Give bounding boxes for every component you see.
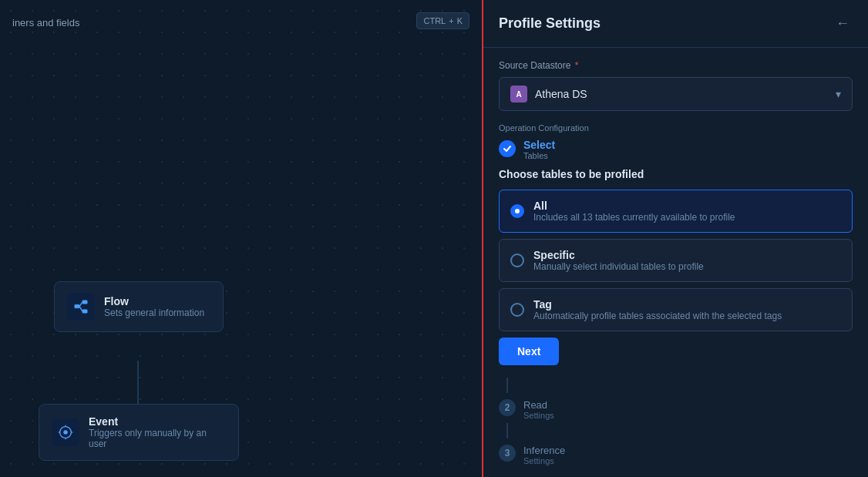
svg-point-6 [63, 430, 68, 435]
panel-header: Profile Settings ← [483, 0, 868, 48]
datastore-name: Athena DS [535, 88, 587, 100]
svg-line-4 [79, 307, 82, 311]
step3-row: 3 Inference Settings [499, 445, 853, 465]
step1-icon [499, 140, 516, 157]
source-label: Source Datastore * [499, 60, 853, 71]
step1-sublabel: Tables [523, 151, 555, 160]
step2-row: 2 Read Settings [499, 399, 853, 420]
step2-sublabel: Settings [523, 411, 554, 420]
option-specific-desc: Manually select individual tables to pro… [533, 261, 704, 272]
step1-row: Select Tables [499, 139, 853, 160]
required-asterisk: * [575, 60, 579, 71]
keyboard-shortcut: CTRL + K [416, 12, 469, 29]
step2-content: Read Settings [523, 399, 554, 420]
step-divider-1 [506, 378, 508, 393]
athena-icon: A [510, 86, 527, 102]
option-specific-title: Specific [533, 249, 704, 261]
flow-node-content: Flow Sets general information [104, 295, 204, 318]
option-all-desc: Includes all 13 tables currently availab… [533, 212, 735, 223]
left-panel: iners and fields CTRL + K Flow Sets gene… [0, 0, 482, 477]
option-all-title: All [533, 200, 735, 212]
option-specific[interactable]: Specific Manually select individual tabl… [499, 239, 853, 282]
step1-content: Select Tables [523, 139, 555, 160]
ctrl-key: CTRL [423, 16, 446, 25]
dropdown-arrow-icon: ▾ [836, 88, 841, 100]
connector-line [137, 361, 139, 404]
step3-label: Inference [523, 445, 565, 456]
choose-label: Choose tables to be profiled [499, 168, 853, 180]
panel-body: Source Datastore * A Athena DS ▾ Operati… [483, 48, 868, 477]
datastore-dropdown[interactable]: A Athena DS ▾ [499, 77, 853, 111]
option-all[interactable]: All Includes all 13 tables currently ava… [499, 190, 853, 233]
event-node-content: Event Triggers only manually by an user [89, 415, 226, 449]
svg-rect-0 [75, 304, 79, 308]
event-node-subtitle: Triggers only manually by an user [89, 428, 226, 449]
svg-rect-2 [82, 310, 87, 314]
svg-line-3 [79, 302, 82, 307]
plus-key: + [449, 16, 453, 25]
step2-num: 2 [499, 399, 516, 416]
svg-rect-1 [82, 301, 87, 304]
event-icon [52, 418, 79, 446]
back-button[interactable]: ← [833, 12, 853, 35]
step-divider-2 [506, 423, 508, 438]
next-button[interactable]: Next [499, 338, 559, 365]
event-node[interactable]: Event Triggers only manually by an user [39, 404, 239, 461]
step3-content: Inference Settings [523, 445, 565, 465]
header-bar: CTRL + K [0, 12, 482, 29]
radio-specific-icon [510, 254, 524, 267]
option-tag-title: Tag [533, 298, 782, 311]
radio-tag-icon [510, 303, 524, 317]
panel-title: Profile Settings [499, 15, 601, 32]
flow-node-subtitle: Sets general information [104, 307, 204, 318]
dropdown-left: A Athena DS [510, 86, 587, 102]
option-tag[interactable]: Tag Automatically profile tables associa… [499, 288, 853, 331]
step3-num: 3 [499, 445, 516, 462]
flow-icon [67, 293, 95, 321]
step2-label: Read [523, 399, 554, 411]
event-node-title: Event [89, 415, 226, 428]
option-tag-content: Tag Automatically profile tables associa… [533, 298, 782, 321]
step1-label: Select [523, 139, 555, 151]
option-specific-content: Specific Manually select individual tabl… [533, 249, 704, 272]
flow-node[interactable]: Flow Sets general information [54, 281, 224, 332]
op-config-label: Operation Configuration [499, 123, 853, 133]
flow-node-title: Flow [104, 295, 204, 307]
option-tag-desc: Automatically profile tables associated … [533, 311, 782, 321]
radio-all-icon [510, 204, 524, 218]
step3-sublabel: Settings [523, 456, 565, 465]
option-all-content: All Includes all 13 tables currently ava… [533, 200, 735, 223]
right-panel: Profile Settings ← Source Datastore * A … [482, 0, 868, 477]
k-key: K [457, 16, 463, 25]
